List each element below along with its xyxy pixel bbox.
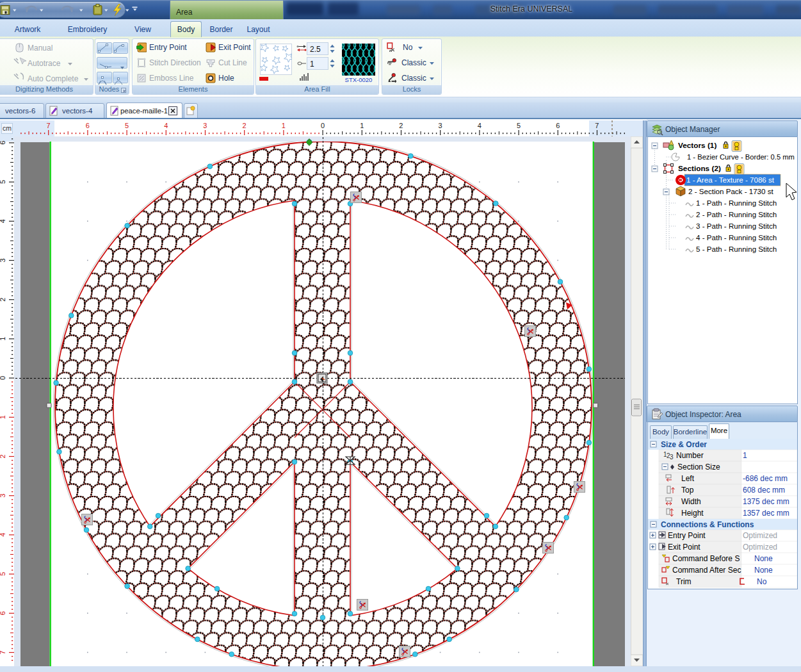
svg-text:7: 7 [0,650,6,654]
svg-text:Connections & Functions: Connections & Functions [661,520,754,529]
svg-text:Command After Sec: Command After Sec [672,566,741,575]
svg-text:4: 4 [0,533,6,537]
svg-text:0: 0 [321,122,325,129]
svg-text:3: 3 [0,258,6,262]
svg-text:2: 2 [0,454,6,458]
svg-text:2 - Path - Running Stitch: 2 - Path - Running Stitch [696,210,777,218]
svg-text:6: 6 [86,122,90,129]
svg-text:Entry Point: Entry Point [668,531,706,540]
svg-text:Left: Left [681,474,695,483]
svg-text:Command Before S: Command Before S [672,554,740,563]
svg-text:Exit Point: Exit Point [668,543,700,552]
svg-text:2 - Section Pack - 1730 st: 2 - Section Pack - 1730 st [688,187,774,195]
svg-text:Size & Order: Size & Order [661,440,707,449]
svg-text:Optimized: Optimized [743,531,777,540]
svg-text:4: 4 [164,122,168,129]
svg-text:5 - Path - Running Stitch: 5 - Path - Running Stitch [696,245,777,253]
svg-text:5: 5 [0,572,6,576]
svg-text:Width: Width [681,497,701,506]
svg-text:2: 2 [243,122,247,129]
svg-text:4: 4 [0,219,6,223]
svg-text:None: None [754,566,773,575]
svg-text:Sections (2): Sections (2) [678,164,721,173]
svg-text:1357 dec mm: 1357 dec mm [743,509,789,518]
svg-text:Number: Number [676,451,704,460]
svg-text:6: 6 [0,141,6,145]
svg-text:1: 1 [282,122,286,129]
svg-text:1: 1 [360,122,364,129]
svg-text:3: 3 [670,454,674,461]
svg-text:Height: Height [681,509,704,518]
svg-text:3: 3 [439,122,442,129]
svg-text:4 - Path - Running Stitch: 4 - Path - Running Stitch [696,233,777,242]
svg-text:1: 1 [0,415,6,419]
svg-text:Top: Top [681,486,694,495]
svg-text:4: 4 [478,122,481,129]
svg-text:2: 2 [399,122,403,129]
svg-text:608 dec mm: 608 dec mm [743,486,785,495]
svg-text:1: 1 [0,337,6,341]
svg-text:Section Size: Section Size [677,463,720,471]
svg-text:7: 7 [47,122,51,129]
svg-text:1 - Area - Texture - 7086 st: 1 - Area - Texture - 7086 st [686,176,775,184]
svg-text:Trim: Trim [676,577,692,586]
svg-text:1 - Bezier Curve - Border: 0.5: 1 - Bezier Curve - Border: 0.5 mm [687,153,795,161]
svg-text:1: 1 [743,451,747,460]
svg-text:2: 2 [0,298,6,302]
svg-text:5: 5 [0,180,6,184]
svg-text:5: 5 [125,122,129,129]
svg-text:0: 0 [0,376,6,380]
svg-text:3 - Path - Running Stitch: 3 - Path - Running Stitch [696,222,777,230]
svg-text:-686 dec mm: -686 dec mm [743,474,788,483]
svg-text:1 - Path - Running Stitch: 1 - Path - Running Stitch [696,199,777,207]
svg-text:None: None [754,554,773,563]
svg-text:7: 7 [595,122,599,129]
svg-text:6: 6 [556,122,560,129]
svg-text:3: 3 [0,494,6,498]
svg-text:Vectors (1): Vectors (1) [678,141,716,150]
svg-text:6: 6 [0,611,6,615]
svg-text:No: No [757,577,767,586]
svg-text:Optimized: Optimized [743,543,777,552]
svg-text:5: 5 [517,122,521,129]
svg-text:3: 3 [203,122,207,129]
svg-text:1375 dec mm: 1375 dec mm [743,497,789,506]
